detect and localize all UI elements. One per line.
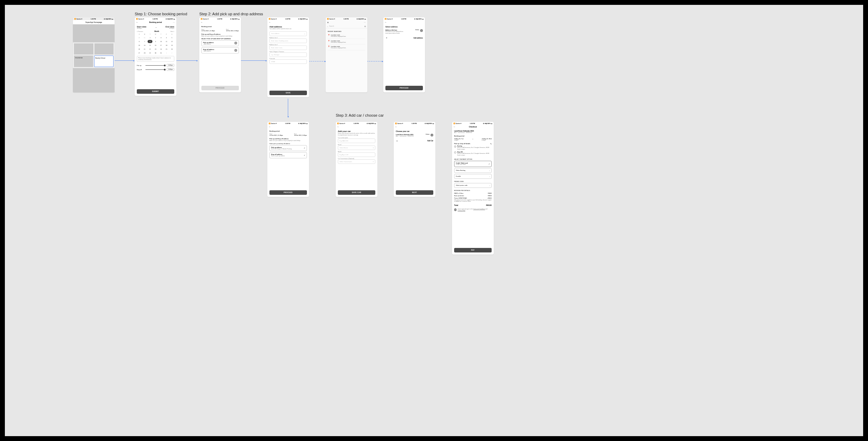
- pickup-address-card[interactable]: Pick up addressNo.26 Jln Tempua 5, Banda…: [269, 145, 307, 151]
- pickup-address-card[interactable]: Pick up address+ Add address i: [201, 40, 239, 47]
- more-icon[interactable]: ⋯: [173, 21, 175, 23]
- back-icon[interactable]: ←: [269, 126, 271, 128]
- back-icon[interactable]: ←: [395, 126, 397, 128]
- postcode-input[interactable]: 47000: [269, 59, 307, 64]
- arrow-right-icon: →: [155, 26, 157, 28]
- check-icon[interactable]: ✓: [431, 134, 433, 136]
- back-icon[interactable]: ←: [201, 21, 203, 23]
- delete-link[interactable]: Delete: [426, 134, 429, 135]
- proceed-button[interactable]: PROCEED: [385, 86, 423, 90]
- transmission-select[interactable]: Select Transmission▾: [338, 159, 375, 164]
- back-icon[interactable]: ←: [385, 21, 387, 23]
- arrow-4: [309, 61, 325, 61]
- addr-line2-input[interactable]: Enter street / area: [269, 45, 307, 50]
- screen-choose-car: 📶 Carrier ᯤ 1:20 PM ⚙ ✱ ▮ 100% ▬ ← Choos…: [394, 122, 435, 197]
- step3-label: Step 3: Add car / choose car: [336, 113, 384, 117]
- pin-icon: 📍: [328, 45, 330, 49]
- proceed-button[interactable]: PROCEED: [201, 86, 239, 90]
- screen-select-address: 📶 Carrier ᯤ 1:20 PM ⚙ ✱ ▮ 100% ▬ ← Selec…: [383, 17, 425, 92]
- add-car-row[interactable]: ＋ Add Car: [396, 139, 433, 143]
- delete-link[interactable]: Delete: [415, 29, 419, 31]
- screen-checkout: 📶 Carrier ᯤ 1:20 PM ⚙ ✱ ▮ 100% ▬ ← Check…: [452, 122, 494, 255]
- recent-item[interactable]: 📍Location nameFull address displayed her…: [328, 33, 365, 39]
- proceed-button[interactable]: PROCEED: [269, 190, 307, 195]
- pickup-dot-icon: [454, 145, 456, 148]
- prev-month[interactable]: < Previous: [137, 31, 143, 32]
- choose-car-title: Choose your car: [396, 130, 433, 132]
- status-carrier: 📶 Carrier ᯤ: [74, 18, 83, 20]
- select-heading: SELECT PICK UP AND DROP OFF ADDRESS: [201, 38, 239, 40]
- privacy-link[interactable]: Privacy Policy: [458, 210, 465, 211]
- recent-item[interactable]: 📍Location nameFull address displayed her…: [328, 39, 365, 45]
- tile-insurance[interactable]: Insurance: [74, 56, 93, 67]
- dropoff-slider[interactable]: [145, 69, 166, 70]
- screen-address-selected: 📶 Carrier ᯤ 1:20 PM ⚙ ✱ ▮ 100% ▬ ← Booki…: [267, 122, 309, 197]
- your-address-input[interactable]: Your address⌕: [269, 31, 307, 36]
- target-icon[interactable]: ⊕: [364, 25, 366, 27]
- close-icon[interactable]: ✕: [327, 21, 329, 24]
- brand-select[interactable]: Select Brand▾: [338, 145, 375, 150]
- search-icon: ⌕: [304, 33, 305, 35]
- status-time: 1:20 PM: [91, 18, 96, 20]
- chevron-down-icon: ▾: [373, 147, 374, 149]
- check-icon: ✓: [304, 147, 305, 149]
- next-button[interactable]: NEXT: [396, 190, 433, 195]
- addr-line1-input[interactable]: Enter home / building name: [269, 39, 307, 43]
- total-label: Total: [454, 204, 458, 206]
- agree-check-icon[interactable]: ✓: [454, 208, 457, 211]
- screen-booking-period: 📶 Carrier ᯤ 1:20 PM ⚙ ✱ ▮ 100% ▬ ← Booki…: [135, 17, 176, 96]
- arrow-6: [288, 99, 288, 117]
- plus-icon: ＋: [385, 36, 388, 40]
- check-icon: ✓: [304, 154, 305, 156]
- chevron-right-icon: ›: [489, 169, 490, 172]
- check-icon[interactable]: ✓: [420, 29, 423, 32]
- model-input[interactable]: E.g Myvi 1.5H: [338, 152, 375, 157]
- more-icon[interactable]: ⋯: [364, 21, 366, 23]
- nav-title: Booking period: [135, 21, 176, 23]
- chevron-down-icon: ▾: [373, 161, 374, 163]
- save-button[interactable]: SAVE: [269, 91, 307, 95]
- tnc-link[interactable]: Terms and Conditions: [473, 208, 485, 210]
- add-address-row[interactable]: ＋ Add address: [385, 36, 423, 40]
- pickup-slider[interactable]: [145, 65, 166, 66]
- info-icon: i: [234, 42, 237, 44]
- booking-note: Please ensure booking is made at least 1…: [137, 56, 174, 62]
- plate-input[interactable]: E.g VAA 1234: [338, 139, 375, 143]
- edit-icon[interactable]: ✎: [490, 143, 492, 145]
- arrow-2: [176, 60, 197, 61]
- step2-label: Step 2: Add pick up and drop address: [199, 12, 263, 16]
- pin-icon: 📍: [328, 34, 330, 38]
- arrow-5: [367, 61, 382, 61]
- status-right: ⚙ ✱ ▮ 100% ▬: [104, 18, 113, 20]
- state-input[interactable]: e.g. Selangor: [269, 52, 307, 57]
- recent-heading: RECENT SEARCHES: [328, 31, 365, 32]
- pay-card-option[interactable]: Credit / Debit cardCredit card / Debit ✓: [454, 161, 492, 167]
- search-input[interactable]: Search: [329, 25, 364, 27]
- dropoff-address-card[interactable]: Drop off address+ Add address i: [201, 47, 239, 53]
- back-icon[interactable]: ←: [269, 21, 271, 23]
- next-month[interactable]: Next >: [170, 31, 174, 32]
- back-icon[interactable]: ←: [337, 126, 339, 128]
- calendar[interactable]: SMTWTFS 303112345 6789101112 13141516171…: [137, 33, 174, 55]
- add-car-title: Add your car: [338, 130, 375, 132]
- screen-add-car: 📶 Carrier ᯤ 1:20 PM ⚙ ✱ ▮ 100% ▬ ← Add y…: [336, 122, 377, 197]
- dropoff-address-card[interactable]: Drop off addressSame as pick up address …: [269, 152, 307, 158]
- save-car-button[interactable]: SAVE CAR: [338, 190, 375, 195]
- submit-button[interactable]: SUBMIT: [137, 89, 174, 94]
- pd-heading: Pick up and Drop off address: [201, 33, 239, 35]
- check-icon: ✓: [489, 163, 490, 165]
- month-label: Month: [155, 31, 159, 32]
- bp-heading: Booking period: [201, 26, 239, 27]
- dropoff-label: Drop off: [137, 69, 144, 70]
- total-value: RM100: [486, 204, 492, 206]
- pay-ewallet-option[interactable]: E-wallet›: [454, 174, 492, 179]
- recent-item[interactable]: 📍Location nameFull address displayed her…: [328, 44, 365, 50]
- step1-label: Step 1: Choose booking period: [135, 12, 187, 16]
- promo-select[interactable]: Select promo code›: [454, 183, 492, 188]
- screen-homepage: 📶 Carrier ᯤ 1:20 PM ⚙ ✱ ▮ 100% ▬ SuperAp…: [73, 17, 115, 92]
- select-address-title: Select address: [385, 26, 423, 28]
- pay-online-option[interactable]: Online Banking›: [454, 168, 492, 173]
- pay-button[interactable]: PAY: [454, 248, 492, 252]
- tile-buddy-driver[interactable]: Buddy Driver: [94, 56, 114, 67]
- agree-text: I have read and agree to the Terms and C…: [458, 208, 492, 211]
